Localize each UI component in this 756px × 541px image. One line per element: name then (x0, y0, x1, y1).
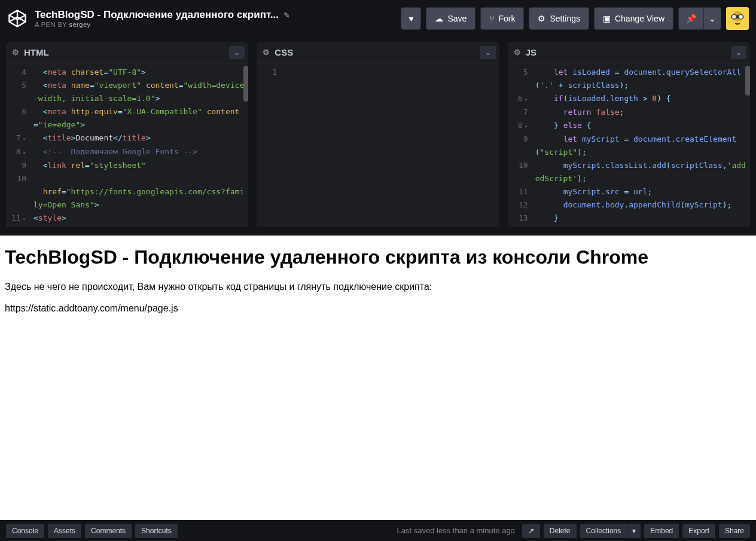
footer-left: ConsoleAssetsCommentsShortcuts (6, 524, 178, 538)
pen-title: TechBlogSD - Подключение удаленного скри… (35, 9, 279, 21)
code-line[interactable]: 10 myScript.classList.add(scriptClass,'a… (508, 159, 750, 185)
change-view-button[interactable]: ▣Change View (594, 7, 673, 30)
preview-heading: TechBlogSD - Подключение удаленного скри… (5, 246, 751, 268)
code-line[interactable]: 5 <meta name="viewport" content="width=d… (6, 79, 248, 105)
comments-button[interactable]: Comments (85, 524, 132, 538)
pin-split-button: 📌 ⌄ (678, 7, 721, 30)
heart-icon: ♥ (409, 14, 413, 23)
code-line[interactable]: 8 } else { (508, 119, 750, 133)
js-editor-title: ⚙ JS (514, 47, 536, 57)
editors-row: ⚙ HTML ⌄ 4 <meta charset="UTF-8">5 <meta… (0, 37, 756, 227)
code-line[interactable]: 8 <!-- Поделючаем Google Fonts --> (6, 145, 248, 159)
css-editor-menu-button[interactable]: ⌄ (480, 46, 496, 59)
pen-subtitle: A PEN BY sergey (35, 21, 401, 28)
collections-split-button: Collections ▾ (580, 524, 641, 538)
collections-dropdown-button[interactable]: ▾ (627, 524, 641, 538)
html-editor-title: ⚙ HTML (12, 47, 49, 57)
save-button[interactable]: ☁Save (426, 7, 475, 30)
pin-button[interactable]: 📌 (678, 7, 703, 30)
gear-icon: ⚙ (538, 14, 545, 23)
embed-button[interactable]: Embed (644, 524, 679, 538)
title-block: TechBlogSD - Подключение удаленного скри… (35, 9, 401, 28)
code-line[interactable]: 1 (257, 66, 499, 79)
editor-preview-divider[interactable] (0, 227, 756, 236)
cloud-icon: ☁ (435, 14, 443, 23)
js-editor-menu-button[interactable]: ⌄ (731, 46, 746, 59)
html-editor-menu-button[interactable]: ⌄ (229, 46, 245, 59)
chevron-down-icon: ⌄ (234, 48, 240, 57)
chevron-down-icon: ⌄ (709, 14, 716, 23)
css-editor-header: ⚙ CSS ⌄ (257, 42, 499, 63)
console-button[interactable]: Console (6, 524, 44, 538)
svg-point-3 (732, 14, 737, 19)
header-actions: ♥ ☁Save ⑂Fork ⚙Settings ▣Change View 📌 ⌄ (401, 7, 749, 30)
html-editor-body[interactable]: 4 <meta charset="UTF-8">5 <meta name="vi… (6, 63, 248, 227)
save-status: Last saved less than a minute ago (397, 526, 515, 535)
code-line[interactable]: 6 if(isLoaded.length > 0) { (508, 92, 750, 106)
fork-icon: ⑂ (489, 14, 494, 23)
author-link[interactable]: sergey (69, 21, 91, 28)
heart-button[interactable]: ♥ (401, 7, 421, 30)
code-line[interactable]: 13 } (508, 212, 750, 225)
open-external-button[interactable]: ↗ (522, 524, 540, 538)
external-link-icon: ↗ (528, 527, 534, 535)
svg-point-4 (739, 14, 743, 19)
gear-icon[interactable]: ⚙ (263, 48, 270, 57)
code-line[interactable]: 9 <link rel="stylesheet" (6, 159, 248, 172)
js-editor-header: ⚙ JS ⌄ (508, 42, 750, 63)
html-editor-header: ⚙ HTML ⌄ (6, 42, 248, 63)
settings-button[interactable]: ⚙Settings (529, 7, 589, 30)
collections-button[interactable]: Collections (580, 524, 627, 538)
code-line[interactable]: 6 <meta http-equiv="X-UA-Compatible" con… (6, 105, 248, 132)
code-line[interactable]: 7 <title>Document</title> (6, 132, 248, 145)
css-editor-pane: ⚙ CSS ⌄ 1 (257, 42, 499, 227)
share-button[interactable]: Share (719, 524, 750, 538)
code-line[interactable]: 4 <meta charset="UTF-8"> (6, 66, 248, 79)
js-editor-body[interactable]: 5 let isLoaded = document.querySelectorA… (508, 63, 750, 227)
preview-text-1: Здесь не чего не происходит, Вам нужно о… (5, 282, 751, 292)
delete-button[interactable]: Delete (544, 524, 577, 538)
js-editor-pane: ⚙ JS ⌄ 5 let isLoaded = document.querySe… (508, 42, 750, 227)
assets-button[interactable]: Assets (48, 524, 81, 538)
gear-icon[interactable]: ⚙ (12, 48, 19, 57)
preview-text-2: https://static.addtoany.com/menu/page.js (5, 303, 751, 314)
code-line[interactable]: 9 let myScript = document.createElement(… (508, 133, 750, 159)
edit-icon[interactable]: ✎ (284, 11, 290, 20)
code-line[interactable]: 11 myScript.src = url; (508, 185, 750, 198)
code-line[interactable]: 11<style> (6, 212, 248, 225)
avatar[interactable] (726, 7, 749, 30)
gear-icon[interactable]: ⚙ (514, 48, 521, 57)
chevron-down-icon: ⌄ (736, 48, 742, 57)
chevron-down-icon: ▾ (632, 527, 636, 535)
html-editor-pane: ⚙ HTML ⌄ 4 <meta charset="UTF-8">5 <meta… (6, 42, 248, 227)
css-editor-body[interactable]: 1 (257, 63, 499, 227)
code-line[interactable]: 14 }; (508, 225, 750, 227)
chevron-down-icon: ⌄ (485, 48, 491, 57)
scrollbar-thumb[interactable] (745, 66, 750, 96)
css-editor-title: ⚙ CSS (263, 47, 293, 57)
footer-right: Delete Collections ▾ Embed Export Share (544, 524, 750, 538)
export-button[interactable]: Export (682, 524, 715, 538)
code-line[interactable]: 5 let isLoaded = document.querySelectorA… (508, 66, 750, 92)
layout-icon: ▣ (603, 14, 611, 23)
fork-button[interactable]: ⑂Fork (480, 7, 524, 30)
pin-dropdown-button[interactable]: ⌄ (703, 7, 721, 30)
footer: ConsoleAssetsCommentsShortcuts Last save… (0, 520, 756, 541)
code-line[interactable]: 7 return false; (508, 106, 750, 119)
shortcuts-button[interactable]: Shortcuts (135, 524, 178, 538)
code-line[interactable]: href="https://fonts.googleapis.com/css?f… (6, 185, 248, 212)
pin-icon: 📌 (686, 14, 696, 23)
code-line[interactable]: 10 (6, 172, 248, 185)
header: TechBlogSD - Подключение удаленного скри… (0, 0, 756, 37)
preview-pane: TechBlogSD - Подключение удаленного скри… (0, 236, 756, 520)
codepen-logo[interactable] (7, 8, 28, 29)
scrollbar-thumb[interactable] (243, 66, 248, 102)
code-line[interactable]: 12 document.body.appendChild(myScript); (508, 198, 750, 212)
